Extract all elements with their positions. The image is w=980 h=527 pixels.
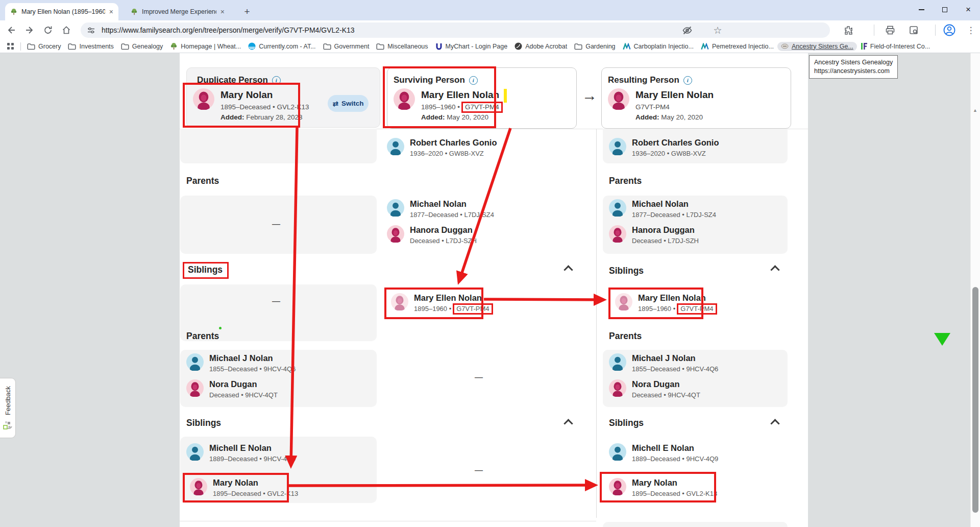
bookmark-genealogy[interactable]: Genealogy bbox=[117, 42, 166, 51]
person-row-mary-nolan[interactable]: Mary Nolan1895–Deceased • GVL2-K13 bbox=[190, 478, 298, 497]
apps-grid-icon[interactable] bbox=[6, 42, 15, 51]
tab-active[interactable]: Mary Ellen Nolan (1895–1960) · × bbox=[5, 3, 118, 20]
extensions-puzzle-icon[interactable] bbox=[841, 23, 855, 37]
person-row-michael-nolan[interactable]: Michael Nolan1877–Deceased • L7DJ-SZ4 bbox=[387, 199, 494, 219]
info-icon[interactable]: i bbox=[469, 76, 478, 85]
bookmark-adobe[interactable]: Adobe Acrobat bbox=[511, 41, 571, 51]
search-page-icon[interactable] bbox=[906, 23, 921, 37]
bookmark-mychart[interactable]: MyChart - Login Page bbox=[432, 41, 511, 51]
person-row-mary-ellen-nolan[interactable]: Mary Ellen Nolan1895–1960 •G7VT-PM4 bbox=[391, 293, 493, 313]
person-row-robert-charles-gonio[interactable]: Robert Charles Gonio1936–2020 • GW8B-XVZ bbox=[387, 138, 497, 157]
surviving-person-name[interactable]: Mary Ellen Nolan bbox=[421, 89, 503, 101]
bookmarks-separator bbox=[20, 42, 21, 51]
right-parents-heading: Parents bbox=[609, 176, 642, 186]
tooltip-title: Ancestry Sisters Genealogy bbox=[814, 58, 893, 67]
bookmark-grocery[interactable]: Grocery bbox=[23, 42, 64, 51]
person-row-nora-dugan[interactable]: Nora DuganDeceased • 9HCV-4QT bbox=[186, 379, 278, 399]
left-siblings-heading-annotated: Siblings bbox=[183, 262, 229, 279]
duplicate-person-name[interactable]: Mary Nolan bbox=[220, 89, 309, 101]
swap-icon: ⇄ bbox=[333, 100, 338, 108]
male-avatar bbox=[186, 443, 204, 461]
url-text: https://www.familysearch.org/en/tree/per… bbox=[102, 26, 355, 34]
info-icon[interactable]: i bbox=[683, 76, 692, 85]
print-icon[interactable] bbox=[883, 23, 897, 37]
right-siblings-heading: Siblings bbox=[609, 266, 644, 276]
forward-icon[interactable] bbox=[22, 23, 37, 37]
medical-m-icon bbox=[623, 43, 631, 50]
person-row-michael-nolan[interactable]: Michael Nolan1877–Deceased • L7DJ-SZ4 bbox=[609, 199, 716, 219]
male-avatar bbox=[609, 199, 626, 217]
person-row-hanora-duggan[interactable]: Hanora DugganDeceased • L7DJ-SZH bbox=[387, 225, 477, 245]
resulting-person-pid: G7VT-PM4 bbox=[635, 103, 714, 111]
window-minimize-button[interactable] bbox=[910, 0, 933, 19]
adobe-acrobat-icon bbox=[514, 42, 522, 50]
green-triangle-mark bbox=[934, 333, 950, 346]
pid-annotated: G7VT-PM4 bbox=[453, 303, 493, 315]
scrollbar-track[interactable]: ▲ bbox=[970, 53, 980, 527]
window-close-button[interactable]: × bbox=[957, 0, 980, 19]
male-avatar bbox=[387, 199, 404, 217]
person-row-michael-j-nolan[interactable]: Michael J Nolan1855–Deceased • 9HCV-4Q6 bbox=[609, 353, 718, 373]
bookmark-government[interactable]: Government bbox=[320, 42, 373, 51]
bookmark-field-of-interest[interactable]: Field-of-Interest Co... bbox=[857, 41, 934, 51]
screen: Mary Ellen Nolan (1895–1960) · × Improve… bbox=[0, 0, 980, 527]
tooltip-url: https://ancestrysisters.com bbox=[814, 67, 893, 76]
person-row-hanora-duggan[interactable]: Hanora DugganDeceased • L7DJ-SZH bbox=[609, 225, 699, 245]
medical-m-icon bbox=[701, 43, 709, 50]
scrollbar-up-icon[interactable]: ▲ bbox=[973, 108, 977, 113]
home-icon[interactable] bbox=[59, 23, 74, 37]
bookmark-gardening[interactable]: Gardening bbox=[571, 42, 619, 51]
tab-close-icon[interactable]: × bbox=[220, 8, 225, 15]
right-siblings2-heading: Siblings bbox=[609, 418, 644, 428]
bookmark-ancestry-sisters[interactable]: Ancestry Sisters Ge... bbox=[777, 42, 857, 51]
folder-icon bbox=[121, 43, 129, 50]
empty-placeholder: — bbox=[475, 373, 483, 382]
resulting-person-added: Added: May 20, 2020 bbox=[635, 113, 714, 121]
bookmark-miscellaneous[interactable]: Miscellaneous bbox=[373, 42, 431, 51]
person-row-mary-ellen-nolan[interactable]: Mary Ellen Nolan1895–1960 •G7VT-PM4 bbox=[615, 293, 717, 313]
window-maximize-button[interactable] bbox=[933, 0, 957, 19]
info-icon[interactable]: i bbox=[272, 76, 281, 85]
scrollbar-thumb[interactable] bbox=[972, 287, 978, 513]
male-avatar bbox=[609, 353, 626, 371]
resulting-person-name[interactable]: Mary Ellen Nolan bbox=[635, 89, 714, 101]
person-row-michael-j-nolan[interactable]: Michael J Nolan1855–Deceased • 9HCV-4Q6 bbox=[186, 353, 296, 373]
familysearch-favicon-icon bbox=[10, 8, 17, 15]
reload-icon[interactable] bbox=[41, 23, 55, 37]
folder-icon bbox=[323, 43, 331, 50]
bookmark-investments[interactable]: Investments bbox=[64, 42, 117, 51]
folder-icon bbox=[27, 43, 35, 50]
resulting-person-card: Resulting Person i Mary Ellen Nolan G7VT… bbox=[601, 67, 791, 129]
person-row-michell-e-nolan[interactable]: Michell E Nolan1889–Deceased • 9HCV-4Q9 bbox=[186, 443, 296, 463]
ancestry-sisters-icon bbox=[781, 43, 789, 49]
tab-title: Mary Ellen Nolan (1895–1960) · bbox=[21, 8, 105, 15]
person-row-michell-e-nolan[interactable]: Michell E Nolan1889–Deceased • 9HCV-4Q9 bbox=[609, 443, 718, 463]
resulting-person-label: Resulting Person i bbox=[608, 75, 692, 85]
empty-placeholder: — bbox=[272, 297, 280, 306]
person-row-robert-charles-gonio[interactable]: Robert Charles Gonio1936–2020 • GW8B-XVZ bbox=[609, 138, 719, 157]
eye-off-icon[interactable] bbox=[680, 23, 694, 37]
bookmark-star-icon[interactable]: ☆ bbox=[710, 23, 725, 37]
field-of-interest-icon bbox=[861, 42, 867, 50]
tab-title: Improved Merge Experience — bbox=[142, 8, 216, 15]
browser-menu-kebab-icon[interactable]: ⋮ bbox=[964, 23, 978, 37]
feedback-logo-icon bbox=[3, 420, 13, 430]
feedback-tab[interactable]: Feedback bbox=[0, 378, 16, 438]
bookmark-currently[interactable]: Currently.com - AT... bbox=[244, 41, 319, 51]
profile-avatar-icon[interactable] bbox=[942, 23, 957, 37]
switch-button[interactable]: ⇄ Switch bbox=[328, 95, 369, 112]
tab-inactive[interactable]: Improved Merge Experience — × bbox=[127, 5, 229, 19]
person-row-nora-dugan[interactable]: Nora DuganDeceased • 9HCV-4QT bbox=[609, 379, 700, 399]
tab-close-icon[interactable]: × bbox=[109, 8, 113, 15]
female-avatar bbox=[190, 478, 207, 495]
person-row-mary-nolan[interactable]: Mary Nolan1895–Deceased • GVL2-K13 bbox=[609, 478, 717, 497]
back-icon[interactable] bbox=[4, 23, 18, 37]
new-tab-button[interactable]: + bbox=[240, 5, 254, 19]
right-parents2-heading: Parents bbox=[609, 331, 642, 342]
site-settings-icon[interactable] bbox=[87, 26, 95, 35]
bookmark-homepage[interactable]: Homepage | Wheat... bbox=[166, 41, 244, 51]
bookmark-carboplatin[interactable]: Carboplatin Injectio... bbox=[619, 42, 697, 51]
female-avatar bbox=[615, 293, 632, 310]
surviving-person-card: Surviving Person i Mary Ellen Nolan 1895… bbox=[387, 67, 577, 129]
bookmark-pemetrexed[interactable]: Pemetrexed Injectio... bbox=[697, 42, 777, 51]
